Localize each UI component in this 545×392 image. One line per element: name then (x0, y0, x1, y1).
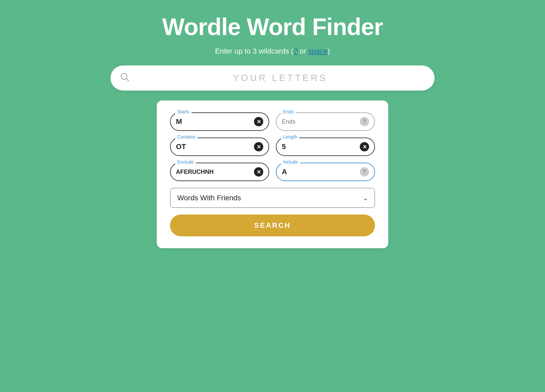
include-help-button[interactable]: ? (360, 167, 369, 176)
ends-input[interactable] (282, 118, 360, 125)
contains-group: Contains ✕ (170, 137, 269, 156)
starts-input[interactable] (176, 117, 254, 126)
exclude-clear-button[interactable]: ✕ (254, 167, 263, 176)
subtitle-end: ) (327, 47, 330, 55)
dictionary-select[interactable]: Words With Friends Scrabble US Scrabble … (171, 188, 374, 207)
contains-label: Contains (175, 134, 197, 139)
svg-line-1 (126, 79, 129, 81)
ends-label: Ends (281, 109, 296, 114)
starts-group: Starts ✕ (170, 112, 269, 131)
include-label: Include (281, 159, 300, 165)
search-button[interactable]: SEARCH (170, 215, 375, 236)
exclude-group: Exclude ✕ (170, 163, 269, 181)
ends-help-button[interactable]: ? (360, 117, 369, 126)
dictionary-dropdown-wrap: Words With Friends Scrabble US Scrabble … (170, 188, 375, 208)
contains-clear-button[interactable]: ✕ (254, 142, 263, 151)
contains-input[interactable] (176, 142, 254, 151)
starts-clear-button[interactable]: ✕ (254, 117, 263, 126)
length-input[interactable] (282, 142, 360, 151)
search-bar (110, 65, 435, 91)
search-bar-wrapper (110, 65, 435, 91)
wildcard-question-link[interactable]: ? (294, 47, 298, 55)
ends-input-wrap: ? (276, 112, 375, 131)
length-group: Length ✕ (276, 137, 375, 156)
exclude-input-wrap: ✕ (170, 163, 269, 181)
search-icon (120, 72, 130, 84)
contains-input-wrap: ✕ (170, 137, 269, 156)
filter-card: Starts ✕ Ends ? Contains ✕ Length (157, 100, 388, 248)
length-clear-button[interactable]: ✕ (360, 142, 369, 151)
starts-label: Starts (175, 109, 191, 114)
exclude-input[interactable] (176, 169, 254, 176)
subtitle-or: or (298, 47, 308, 55)
exclude-label: Exclude (175, 159, 196, 165)
length-label: Length (281, 134, 299, 139)
filter-row-3: Exclude ✕ Include ? (170, 163, 375, 181)
wildcard-space-link[interactable]: space (308, 47, 328, 55)
include-input-wrap: ? (276, 163, 375, 181)
page-title: Wordle Word Finder (162, 13, 383, 40)
filter-row-2: Contains ✕ Length ✕ (170, 137, 375, 156)
letters-search-input[interactable] (135, 73, 425, 83)
include-input[interactable] (282, 168, 360, 176)
ends-group: Ends ? (276, 112, 375, 131)
subtitle: Enter up to 3 wildcards (? or space) (215, 47, 330, 56)
starts-input-wrap: ✕ (170, 112, 269, 131)
subtitle-text: Enter up to 3 wildcards ( (215, 47, 293, 55)
filter-row-1: Starts ✕ Ends ? (170, 112, 375, 131)
include-group: Include ? (276, 163, 375, 181)
length-input-wrap: ✕ (276, 137, 375, 156)
